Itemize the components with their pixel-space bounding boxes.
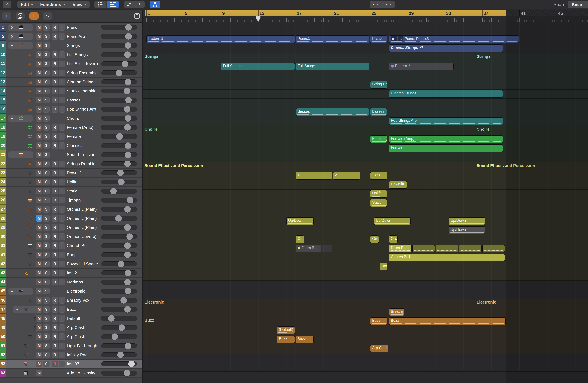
track-name[interactable]: Studio…semble — [67, 89, 97, 94]
volume-slider[interactable] — [101, 80, 137, 84]
volume-knob[interactable] — [125, 97, 132, 103]
region-buzz[interactable]: Buzz — [370, 317, 387, 325]
volume-knob[interactable] — [124, 106, 130, 113]
record-enable-button[interactable]: R — [51, 88, 58, 94]
record-enable-button[interactable]: R — [51, 142, 58, 149]
solo-button[interactable]: S — [43, 242, 50, 249]
track-header-48-default[interactable]: 48MSRIDefault — [0, 314, 142, 323]
mute-button[interactable]: M — [36, 142, 42, 149]
track-lane-14[interactable] — [143, 99, 588, 108]
volume-slider[interactable] — [101, 252, 137, 257]
disclosure-chevron-icon[interactable] — [8, 42, 33, 49]
mute-button[interactable]: M — [36, 179, 42, 185]
track-header-49-arp-clash[interactable]: 49MSRIArp Clash — [0, 323, 142, 332]
solo-button[interactable]: S — [43, 70, 50, 76]
volume-knob[interactable] — [125, 115, 131, 121]
volume-slider[interactable] — [101, 180, 137, 184]
volume-slider[interactable] — [101, 125, 137, 130]
track-header-17-choirs[interactable]: 17MSChoirs — [0, 114, 142, 123]
solo-button[interactable]: S — [43, 79, 50, 85]
record-enable-button[interactable]: R — [51, 206, 58, 213]
pointer-tool[interactable] — [370, 1, 382, 8]
solo-button[interactable]: S — [43, 324, 50, 331]
volume-slider[interactable] — [101, 262, 137, 266]
volume-slider[interactable] — [101, 225, 137, 230]
input-monitor-button[interactable]: I — [59, 252, 65, 258]
track-lane-52[interactable] — [143, 363, 588, 371]
record-enable-button[interactable]: R — [51, 197, 58, 203]
record-enable-button[interactable]: R — [51, 306, 58, 313]
record-enable-button[interactable]: R — [51, 33, 58, 40]
track-header-43-inst-2[interactable]: 43MSRIInst 2 — [0, 269, 142, 278]
track-name[interactable]: Buzz — [67, 307, 76, 312]
volume-knob[interactable] — [124, 206, 131, 213]
disclosure-chevron-icon[interactable] — [8, 151, 33, 159]
solo-button[interactable]: S — [43, 288, 50, 294]
volume-slider[interactable] — [101, 207, 137, 212]
record-enable-button[interactable]: R — [51, 324, 58, 331]
track-name[interactable]: Add Lo…ensity — [67, 371, 95, 376]
region-orc[interactable]: Orc — [296, 235, 304, 243]
record-enable-button[interactable]: R — [51, 224, 58, 231]
track-name[interactable]: Breathy Vox — [67, 298, 89, 303]
mute-button[interactable]: M — [36, 42, 42, 49]
solo-button[interactable]: S — [43, 343, 50, 349]
record-enable-button[interactable]: R — [51, 315, 58, 322]
volume-knob[interactable] — [124, 279, 131, 285]
track-header-46-breathy-vox[interactable]: 46MSRIBreathy Vox — [0, 296, 142, 305]
record-enable-button[interactable]: R — [51, 79, 58, 85]
mute-button[interactable]: M — [36, 306, 42, 313]
mute-button[interactable]: M — [36, 370, 42, 376]
volume-knob[interactable] — [128, 361, 135, 367]
track-lane-25[interactable] — [143, 199, 588, 208]
volume-knob[interactable] — [126, 233, 133, 240]
track-name[interactable]: Sound…ussion — [67, 152, 95, 157]
input-monitor-button[interactable]: I — [59, 224, 65, 231]
volume-knob[interactable] — [124, 370, 130, 376]
track-lane-50[interactable] — [143, 344, 588, 353]
solo-button[interactable]: S — [43, 133, 50, 140]
region-female-[interactable]: Female ( — [370, 135, 387, 143]
region-female[interactable]: Female — [389, 144, 503, 152]
volume-slider[interactable] — [101, 362, 137, 366]
region-static[interactable]: Static — [370, 199, 387, 207]
track-name[interactable]: Orches…(Plain) — [67, 225, 97, 230]
track-name[interactable]: Arp Clash — [67, 325, 85, 330]
input-monitor-button[interactable]: I — [59, 306, 65, 313]
region-full-strings[interactable]: Full Strings — [221, 63, 295, 70]
region-up-down[interactable]: Up/Down — [448, 217, 485, 225]
track-header-42-bowed-l-space[interactable]: 42MSRIBowed…l Space — [0, 260, 142, 269]
mute-button[interactable]: M — [36, 288, 42, 294]
volume-knob[interactable] — [125, 152, 131, 158]
mute-button[interactable]: M — [36, 352, 42, 358]
volume-knob[interactable] — [118, 261, 124, 267]
volume-knob[interactable] — [125, 24, 132, 31]
mute-button[interactable]: M — [36, 24, 42, 31]
region-up-down[interactable]: Up/Down — [374, 217, 410, 225]
volume-knob[interactable] — [125, 33, 132, 40]
snap-mode-button[interactable]: Smart — [567, 1, 588, 8]
track-header-45-electronic[interactable]: 45MSElectronic — [0, 287, 142, 296]
volume-knob[interactable] — [120, 297, 127, 303]
volume-slider[interactable] — [101, 325, 137, 330]
volume-slider[interactable] — [101, 134, 137, 139]
track-lane-17[interactable]: ChoirsChoirs — [143, 126, 588, 135]
solo-button[interactable]: S — [43, 361, 50, 367]
volume-slider[interactable] — [101, 89, 137, 93]
region-piano-1[interactable]: Piano.1 — [296, 35, 370, 43]
track-lane-41[interactable] — [143, 262, 588, 271]
menu-view[interactable]: View — [69, 1, 90, 8]
mute-button[interactable]: M — [36, 115, 42, 121]
track-name[interactable]: Infinity Pad — [67, 352, 88, 357]
volume-slider[interactable] — [101, 198, 137, 203]
region-buzz[interactable]: Buzz — [296, 336, 314, 343]
volume-slider[interactable] — [101, 270, 137, 275]
record-enable-button[interactable]: R — [51, 352, 58, 358]
input-monitor-button[interactable]: I — [59, 343, 65, 349]
track-name[interactable]: Light B…hrough — [67, 343, 97, 348]
volume-knob[interactable] — [127, 197, 133, 203]
volume-slider[interactable] — [101, 98, 137, 103]
track-header-18-female-amp-[interactable]: 18MSRIFemale (Amp) — [0, 123, 142, 132]
volume-slider[interactable] — [101, 289, 137, 294]
input-monitor-button[interactable]: I — [59, 33, 65, 40]
